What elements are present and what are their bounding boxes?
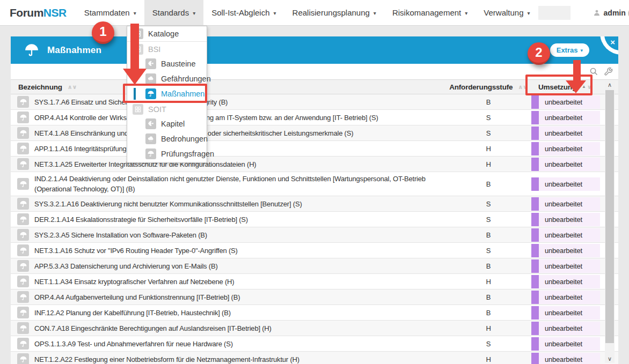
cell-umsetzung: unbearbeitet	[531, 141, 601, 156]
table-row[interactable]: DER.2.1.A14 Eskalationsstrategie für Sic…	[11, 212, 618, 227]
status-badge: unbearbeitet	[531, 111, 600, 124]
status-badge: unbearbeitet	[531, 213, 600, 226]
status-badge: unbearbeitet	[531, 197, 600, 211]
measure-title: NET.1.1.A34 Einsatz kryptografischer Ver…	[34, 277, 234, 287]
status-badge: unbearbeitet	[531, 353, 600, 364]
vertical-scrollbar[interactable]: ∧ ∨	[605, 80, 615, 363]
cell-bezeichnung: SYS.1.7.A6 Einsatz und Sicherheit der z/…	[11, 94, 445, 109]
user-menu[interactable]: admin (ADMINISTRATOR) ▾	[593, 9, 629, 17]
logo-text-accent: NSR	[43, 6, 67, 19]
close-icon[interactable]: ×	[610, 38, 615, 47]
cell-umsetzung: unbearbeitet	[531, 94, 601, 109]
umbrella-icon	[17, 178, 29, 190]
cell-umsetzung: unbearbeitet	[531, 305, 601, 320]
cell-anforderungsstufe: B	[445, 309, 531, 317]
menu-item-bedrohungen[interactable]: Bedrohungen	[127, 131, 207, 146]
chevron-down-icon: ▾	[193, 10, 195, 16]
umbrella-icon	[17, 198, 29, 210]
status-badge: unbearbeitet	[531, 127, 600, 140]
annotation-step-1: 1	[92, 21, 114, 44]
table-row[interactable]: SYS.3.2.1.A16 Deaktivierung nicht benutz…	[11, 196, 618, 212]
table-row[interactable]: NET.4.1.A8 Einschränkung und Sperrung ni…	[11, 125, 618, 141]
cell-anforderungsstufe: H	[445, 278, 531, 286]
cell-anforderungsstufe: S	[445, 340, 531, 348]
sort-asc-icon[interactable]: ∧	[518, 84, 523, 90]
table-row[interactable]: APP.1.1.A16 Integritätsprüfung von Dokum…	[11, 141, 618, 157]
nav-item-stammdaten[interactable]: Stammdaten▾	[76, 0, 144, 25]
cell-umsetzung: unbearbeitet	[531, 196, 601, 211]
table-row[interactable]: SYS.1.7.A6 Einsatz und Sicherheit der z/…	[11, 94, 618, 110]
table-row[interactable]: SYS.2.3.A5 Sichere Installation von Soft…	[11, 227, 618, 243]
menu-item-label: BSI	[148, 45, 160, 54]
column-header-anforderungsstufe[interactable]: Anforderungsstufe∧∨	[445, 83, 531, 91]
cell-umsetzung: unbearbeitet	[531, 289, 601, 304]
cell-umsetzung: unbearbeitet	[531, 227, 601, 242]
table-row[interactable]: CON.7.A18 Eingeschränkte Berechtigungen …	[11, 321, 618, 336]
nav-item-realisierungsplanung[interactable]: Realisierungsplanung▾	[284, 0, 384, 25]
table-row[interactable]: NET.3.1.A25 Erweiterter Integritätsschut…	[11, 157, 618, 172]
scroll-up-arrow-icon[interactable]: ∧	[605, 80, 615, 89]
cell-bezeichnung: NET.3.1.A16 Schutz vor "IPv6 Routing Hea…	[11, 243, 445, 258]
sort-asc-icon[interactable]: ∧	[68, 84, 72, 90]
measure-title: IND.2.1.A4 Deaktivierung oder Deinstalla…	[34, 174, 429, 194]
menu-item-kataloge[interactable]: Kataloge	[127, 26, 207, 41]
umbrella-icon	[17, 276, 29, 287]
chevron-down-icon: ▾	[528, 10, 530, 16]
app-logo[interactable]: ForumNSR	[0, 0, 76, 25]
cell-umsetzung: unbearbeitet	[531, 110, 601, 125]
table-row[interactable]: ORP.4.A4 Aufgabenverteilung und Funktion…	[11, 289, 618, 305]
table-row[interactable]: IND.2.1.A4 Deaktivierung oder Deinstalla…	[11, 172, 618, 196]
nav-item-risikomanagement[interactable]: Risikomanagement▾	[384, 0, 476, 25]
measure-title: NET.1.2.A22 Festlegung einer Notbetriebs…	[34, 354, 299, 364]
table-row[interactable]: NET.1.1.A34 Einsatz kryptografischer Ver…	[11, 274, 618, 289]
cell-umsetzung: unbearbeitet	[531, 212, 601, 227]
cell-umsetzung: unbearbeitet	[531, 172, 601, 196]
sort-desc-icon[interactable]: ∨	[72, 84, 77, 90]
column-header-bezeichnung[interactable]: Bezeichnung∧∨	[11, 83, 445, 91]
scrollbar-thumb[interactable]	[605, 90, 614, 343]
umbrella-icon	[17, 143, 29, 154]
menu-item-label: SOIT	[148, 105, 166, 114]
nav-item-verwaltung[interactable]: Verwaltung▾	[476, 0, 538, 25]
header-right: admin (ADMINISTRATOR) ▾	[538, 0, 629, 25]
table-row[interactable]: ORP.4.A14 Kontrolle der Wirksamkeit der …	[11, 110, 618, 125]
table-settings-wrench-icon[interactable]	[604, 67, 613, 76]
menu-item-label: Kapitel	[161, 120, 185, 128]
table-body: SYS.1.7.A6 Einsatz und Sicherheit der z/…	[11, 94, 618, 364]
cell-anforderungsstufe: S	[445, 114, 531, 122]
umbrella-icon	[17, 112, 29, 123]
cell-anforderungsstufe: B	[445, 262, 531, 270]
table-row[interactable]: NET.3.1.A16 Schutz vor "IPv6 Routing Hea…	[11, 243, 618, 258]
cell-umsetzung: unbearbeitet	[531, 157, 601, 172]
status-badge: unbearbeitet	[531, 244, 600, 257]
extras-button[interactable]: Extras ▾	[550, 43, 589, 57]
storm-icon	[145, 133, 156, 144]
annotation-arrow-1	[130, 24, 139, 70]
menu-item-pr-fungsfragen[interactable]: Prüfungsfragen	[127, 146, 207, 161]
extras-label: Extras	[557, 46, 578, 54]
umbrella-icon	[24, 42, 40, 58]
header-placeholder-box	[538, 6, 571, 20]
scroll-down-arrow-icon[interactable]: ∨	[605, 354, 615, 363]
nav-item-soll-ist-abgleich[interactable]: Soll-Ist-Abgleich▾	[203, 0, 284, 25]
menu-item-label: Gefährdungen	[161, 75, 211, 83]
status-badge: unbearbeitet	[531, 158, 600, 171]
menu-item-kapitel[interactable]: Kapitel	[127, 116, 207, 131]
cell-umsetzung: unbearbeitet	[531, 274, 601, 289]
cell-anforderungsstufe: S	[445, 247, 531, 255]
cell-bezeichnung: NET.1.2.A22 Festlegung einer Notbetriebs…	[11, 352, 445, 364]
cell-anforderungsstufe: H	[445, 324, 531, 332]
cell-bezeichnung: APP.1.1.A16 Integritätsprüfung von Dokum…	[11, 141, 445, 156]
table-row[interactable]: INF.12.A2 Planung der Kabelführung [IT-B…	[11, 305, 618, 321]
table-row[interactable]: NET.1.2.A22 Festlegung einer Notbetriebs…	[11, 352, 618, 364]
measure-title: INF.12.A2 Planung der Kabelführung [IT-B…	[34, 308, 231, 318]
annotation-step-2: 2	[528, 42, 550, 65]
menu-item-label: Bedrohungen	[161, 135, 208, 143]
table-row[interactable]: APP.5.3.A3 Datensicherung und Archivieru…	[11, 258, 618, 274]
cell-bezeichnung: DER.2.1.A14 Eskalationsstrategie für Sic…	[11, 212, 445, 227]
cell-umsetzung: unbearbeitet	[531, 258, 601, 273]
table-row[interactable]: OPS.1.1.3.A9 Test- und Abnahmeverfahren …	[11, 336, 618, 352]
cell-umsetzung: unbearbeitet	[531, 243, 601, 258]
nav-item-standards[interactable]: Standards▾	[144, 0, 203, 25]
puzzle-icon	[145, 118, 156, 129]
